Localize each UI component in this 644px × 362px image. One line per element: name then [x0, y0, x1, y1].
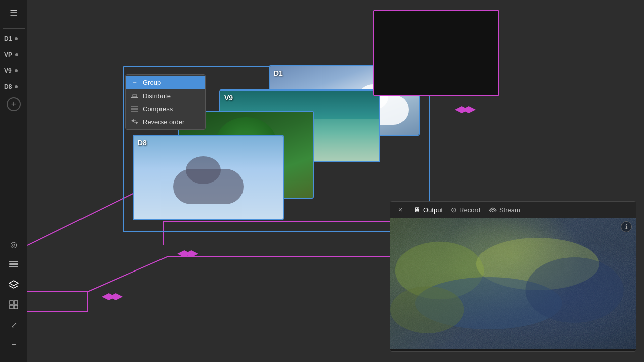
stream-tab-label: Stream: [499, 206, 520, 214]
ctx-label-compress: Compress: [143, 105, 173, 113]
output-tab-label: Output: [423, 206, 443, 214]
reverse-icon: [131, 118, 139, 126]
track-d1-dot: [15, 37, 18, 40]
add-track-button[interactable]: +: [7, 97, 21, 111]
grid-icon[interactable]: [5, 296, 23, 314]
sidebar: ☰ D1 VP V9 D8 + ◎ ⤢ −: [0, 0, 27, 362]
sidebar-item-d8[interactable]: D8: [0, 79, 27, 95]
track-d8-dot: [15, 85, 18, 88]
svg-point-31: [525, 257, 623, 323]
track-vp-label: VP: [4, 51, 12, 58]
track-v9-dot: [15, 69, 18, 72]
svg-rect-2: [9, 266, 18, 267]
info-icon[interactable]: ℹ: [621, 221, 632, 232]
sidebar-item-vp[interactable]: VP: [0, 47, 27, 63]
menu-button[interactable]: ☰: [5, 4, 23, 22]
tab-stream[interactable]: Stream: [489, 206, 520, 214]
sidebar-item-v9[interactable]: V9: [0, 63, 27, 79]
preview-box: [373, 10, 499, 96]
track-vp-dot: [15, 53, 18, 56]
ctx-label-group: Group: [143, 79, 161, 86]
canvas-area[interactable]: → Group Distribute Compress Reverse orde…: [27, 0, 644, 362]
output-panel: × 🖥 Output ⊙ Record Stream: [390, 201, 636, 352]
ctx-item-compress[interactable]: Compress: [126, 102, 205, 115]
tab-record[interactable]: ⊙ Record: [451, 206, 480, 214]
svg-marker-3: [9, 281, 18, 286]
stack-icon[interactable]: [5, 276, 23, 294]
stream-tab-icon: [489, 206, 497, 214]
record-tab-label: Record: [459, 206, 480, 214]
output-panel-header: × 🖥 Output ⊙ Record Stream: [390, 202, 636, 218]
svg-marker-12: [109, 293, 123, 300]
svg-marker-16: [462, 106, 476, 113]
track-v9-label: V9: [4, 67, 12, 74]
svg-rect-7: [14, 305, 18, 309]
distribute-icon: [131, 92, 139, 100]
ctx-item-reverse[interactable]: Reverse order: [126, 115, 205, 128]
node-d8-label: D8: [138, 139, 147, 147]
svg-rect-18: [131, 97, 138, 98]
ctx-label-reverse: Reverse order: [143, 118, 184, 126]
sidebar-divider-1: [3, 28, 24, 29]
ctx-item-distribute[interactable]: Distribute: [126, 89, 205, 102]
output-tab-icon: 🖥: [414, 206, 421, 214]
track-d1-label: D1: [4, 35, 12, 42]
context-menu: → Group Distribute Compress Reverse orde…: [125, 74, 206, 130]
layers-icon[interactable]: [5, 255, 23, 274]
minus-icon[interactable]: −: [5, 336, 23, 354]
svg-rect-17: [131, 94, 138, 94]
svg-rect-19: [133, 95, 137, 97]
node-v9-label: V9: [224, 94, 233, 102]
output-preview-image: [390, 218, 636, 349]
svg-rect-4: [10, 301, 13, 304]
svg-point-32: [390, 286, 464, 333]
node-d8-preview: [134, 136, 283, 219]
svg-marker-13: [177, 250, 191, 257]
panel-close-button[interactable]: ×: [395, 205, 406, 215]
cloud-d8: [173, 169, 244, 204]
svg-rect-0: [9, 261, 18, 262]
svg-marker-15: [455, 106, 469, 113]
ctx-label-distribute: Distribute: [143, 92, 171, 100]
node-d1-label: D1: [274, 69, 283, 77]
output-panel-content: ℹ: [390, 218, 636, 349]
svg-rect-6: [10, 305, 13, 309]
svg-rect-1: [9, 263, 18, 265]
svg-marker-11: [102, 293, 116, 300]
group-icon: →: [131, 78, 139, 86]
record-tab-icon: ⊙: [451, 206, 457, 214]
sidebar-item-d1[interactable]: D1: [0, 31, 27, 47]
svg-point-26: [492, 211, 493, 213]
sidebar-bottom-icons: ◎ ⤢ −: [5, 235, 23, 358]
target-icon[interactable]: ◎: [5, 235, 23, 253]
svg-marker-14: [184, 250, 198, 257]
tab-output[interactable]: 🖥 Output: [414, 206, 443, 214]
compress-icon: [131, 105, 139, 113]
expand-icon[interactable]: ⤢: [5, 316, 23, 334]
node-d8[interactable]: D8: [133, 135, 284, 220]
ctx-item-group[interactable]: → Group: [126, 76, 205, 89]
svg-rect-5: [14, 301, 18, 304]
track-d8-label: D8: [4, 83, 12, 90]
